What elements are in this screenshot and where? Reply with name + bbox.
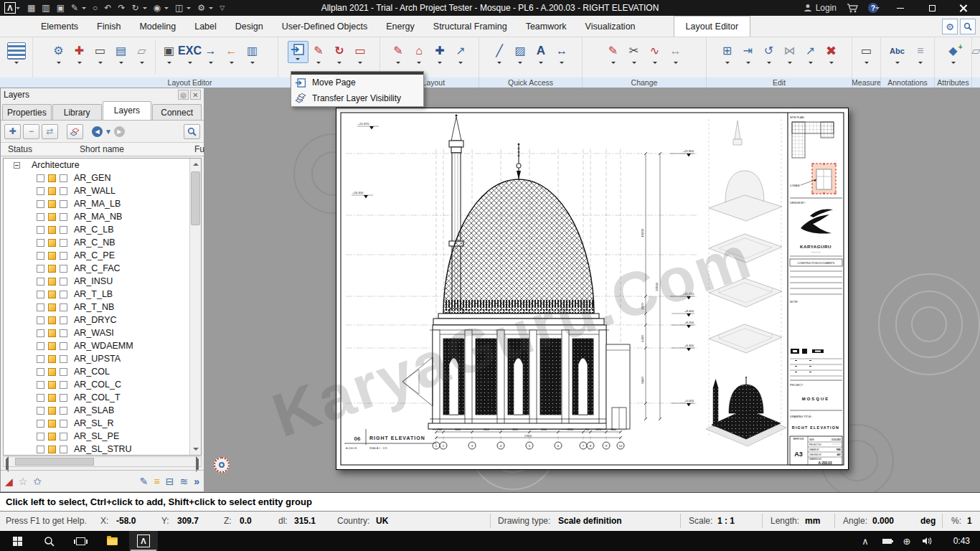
scale-value[interactable]: 1 : 1 <box>717 516 735 526</box>
scroll-right-icon[interactable] <box>196 459 199 469</box>
column-status[interactable]: Status <box>1 144 32 154</box>
clipped-tool-button[interactable]: ▱ <box>973 41 980 60</box>
menu-item[interactable]: Design <box>226 16 273 37</box>
page-setup-button[interactable]: ▭ <box>90 41 110 66</box>
menu-item[interactable]: User-Defined Objects <box>273 16 377 37</box>
shop-cart-icon[interactable] <box>847 4 858 13</box>
layer-status-checkbox[interactable] <box>37 278 44 286</box>
pen-icon[interactable]: ✎ <box>71 3 78 13</box>
modify-points-button[interactable]: ✎ <box>603 41 623 66</box>
coord-x-value[interactable]: -58.0 <box>116 516 136 526</box>
layer-row[interactable]: AR_COL_T <box>4 391 201 404</box>
layer-edit-checkbox[interactable] <box>60 446 67 453</box>
tab-properties[interactable]: Properties <box>2 104 52 120</box>
layer-group-row[interactable]: Architecture <box>4 159 201 171</box>
repeat-caret-icon[interactable] <box>143 7 147 11</box>
layer-row[interactable]: AR_SL_PE <box>4 430 201 443</box>
column-short-name[interactable]: Short name <box>72 144 124 154</box>
layer-edit-checkbox[interactable] <box>60 187 67 195</box>
coord-z-value[interactable]: 0.0 <box>240 516 252 526</box>
allplan-taskbar-button[interactable]: Λ <box>129 531 158 551</box>
layer-row[interactable]: AR_COL <box>4 365 201 378</box>
new-page-button[interactable]: ✚ <box>69 41 90 66</box>
save-favorite-icon[interactable]: ✩ <box>33 476 42 487</box>
layer-edit-checkbox[interactable] <box>60 355 67 363</box>
pin-icon[interactable]: ◎ <box>178 90 189 100</box>
layer-visible-checkbox[interactable] <box>48 239 56 247</box>
copy-button[interactable]: ⊞ <box>717 41 738 66</box>
layer-visible-checkbox[interactable] <box>48 420 56 428</box>
layer-status-checkbox[interactable] <box>37 200 44 208</box>
menu-item[interactable]: Modeling <box>130 16 185 37</box>
layer-status-checkbox[interactable] <box>37 355 44 363</box>
menu-item[interactable]: Energy <box>377 16 424 37</box>
ribbon-search-button[interactable] <box>960 19 976 34</box>
layer-visible-checkbox[interactable] <box>48 278 56 286</box>
country-value[interactable]: UK <box>376 516 388 526</box>
layer-row[interactable]: AR_T_LB <box>4 288 201 301</box>
layer-status-checkbox[interactable] <box>37 265 44 273</box>
layer-row[interactable]: AR_WDAEMM <box>4 339 201 352</box>
layer-box-icon[interactable]: ⊟ <box>166 476 174 487</box>
save-icon[interactable]: ▣ <box>57 3 65 13</box>
mirror-button[interactable]: ⋈ <box>779 41 800 66</box>
start-button[interactable] <box>3 531 32 551</box>
dl-value[interactable]: 315.1 <box>294 516 316 526</box>
tools-icon[interactable]: ⚙ <box>197 3 205 13</box>
layer-edit-checkbox[interactable] <box>60 342 67 350</box>
scroll-up-icon[interactable] <box>190 159 201 169</box>
resize-button[interactable]: ↗ <box>800 41 821 66</box>
layer-status-checkbox[interactable] <box>37 407 44 415</box>
layer-row[interactable]: AR_C_FAC <box>4 262 201 275</box>
help-caret-icon[interactable] <box>875 7 880 11</box>
more-tools-icon[interactable]: » <box>194 476 199 487</box>
layout-sheet[interactable]: 10200 1870 4400 6840 20530 +21.800 +11.2… <box>336 108 849 470</box>
coord-y-value[interactable]: 309.7 <box>177 516 199 526</box>
layer-row[interactable]: AR_COL_C <box>4 378 201 391</box>
task-view-button[interactable] <box>66 531 95 551</box>
collapse-expander-icon[interactable] <box>14 162 20 169</box>
minimize-button[interactable] <box>890 0 911 16</box>
layer-structure-icon[interactable]: ≋ <box>179 476 188 487</box>
layer-visible-checkbox[interactable] <box>48 213 56 221</box>
vertical-scrollbar[interactable] <box>189 159 201 455</box>
layer-row[interactable]: AR_WALL <box>4 184 201 197</box>
abc-text-button[interactable]: Abc <box>885 41 910 66</box>
layer-row[interactable]: AR_DRYC <box>4 314 201 326</box>
text-tool-button[interactable]: A <box>531 41 552 66</box>
layout-list-button[interactable] <box>2 41 31 66</box>
layer-row[interactable]: AR_MA_LB <box>4 197 201 210</box>
layer-edit-checkbox[interactable] <box>60 407 67 415</box>
clock[interactable]: 0:43 <box>953 536 970 546</box>
modify-line-button[interactable]: ∿ <box>644 41 665 66</box>
collapse-all-button[interactable]: − <box>23 124 39 139</box>
import-from-layout-button[interactable]: ← <box>221 41 242 66</box>
network-icon[interactable]: ⊕ <box>898 531 915 551</box>
navigation-compass-icon[interactable] <box>214 457 230 473</box>
layer-status-checkbox[interactable] <box>37 316 44 324</box>
layer-status-checkbox[interactable] <box>37 239 44 247</box>
layer-edit-checkbox[interactable] <box>60 265 67 273</box>
tab-layers[interactable]: Layers <box>103 101 152 120</box>
view-icon[interactable]: ◉ <box>154 3 161 13</box>
angle-value[interactable]: 0.000 <box>872 516 894 526</box>
layer-edit-checkbox[interactable] <box>60 433 67 441</box>
allplan-logo-icon[interactable]: Λ <box>4 2 16 14</box>
measure-button[interactable]: ▭ <box>856 41 877 66</box>
layer-row[interactable]: AR_C_NB <box>4 236 201 249</box>
print-layout-button[interactable]: ▣ <box>159 41 179 66</box>
scroll-left-icon[interactable] <box>5 459 9 469</box>
menu-item-transfer-layer-visibility[interactable]: Transfer Layer Visibility <box>291 90 423 106</box>
export-exc-button[interactable]: EXC <box>179 41 200 66</box>
menu-item[interactable]: Label <box>185 16 226 37</box>
close-button[interactable] <box>953 0 974 16</box>
menu-item[interactable]: Layout Editor <box>674 16 751 37</box>
layer-row[interactable]: AR_SL_R <box>4 417 201 430</box>
layer-status-checkbox[interactable] <box>37 226 44 234</box>
layer-edit-checkbox[interactable] <box>60 303 67 311</box>
layer-status-checkbox[interactable] <box>37 394 44 402</box>
layer-visible-checkbox[interactable] <box>48 303 56 311</box>
layer-edit-checkbox[interactable] <box>60 420 67 428</box>
layer-edit-checkbox[interactable] <box>60 381 67 389</box>
layer-visible-checkbox[interactable] <box>48 433 56 441</box>
